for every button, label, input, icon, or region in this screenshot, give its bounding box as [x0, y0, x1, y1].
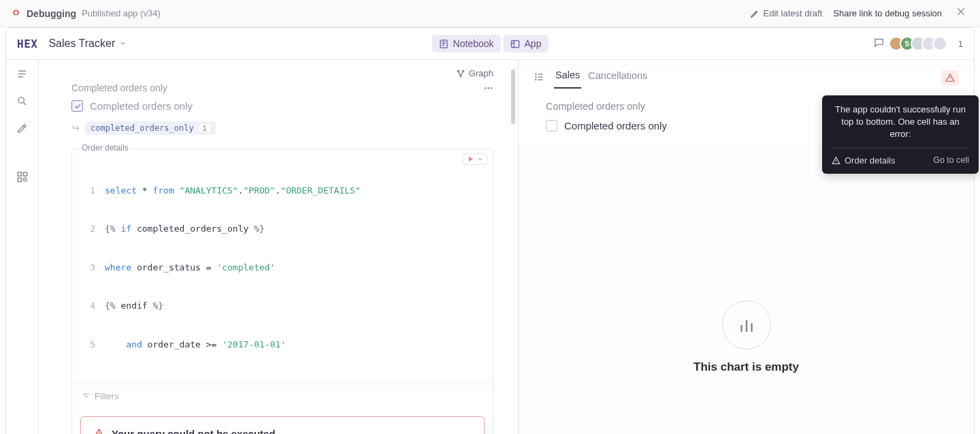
notebook-mode-label: Notebook: [453, 38, 494, 49]
tab-cancellations[interactable]: Cancellations: [587, 67, 649, 88]
completed-orders-label: Completed orders only: [90, 100, 193, 112]
more-icon[interactable]: •••: [484, 84, 493, 92]
extra-user-count: 1: [958, 39, 963, 49]
comment-icon[interactable]: [873, 37, 885, 50]
bar-chart-icon: [736, 315, 757, 335]
share-link-button[interactable]: Share link to debug session: [833, 8, 942, 18]
filters-button[interactable]: Filters: [72, 384, 493, 408]
svg-point-12: [536, 76, 536, 77]
pencil-icon: [750, 9, 760, 18]
project-title[interactable]: Sales Tracker: [48, 37, 127, 50]
avatar-stack[interactable]: S: [893, 36, 947, 51]
graph-icon: [456, 69, 466, 78]
hex-logo[interactable]: HEX: [17, 37, 37, 50]
project-title-text: Sales Tracker: [48, 37, 115, 50]
debug-subtitle: Published app (v34): [82, 8, 161, 18]
warning-icon: [93, 428, 105, 434]
error-tooltip: The app couldn't successfully run top to…: [822, 95, 979, 174]
layout-icon: [510, 39, 521, 49]
app-completed-orders-label: Completed orders only: [564, 120, 667, 131]
warning-icon: [945, 73, 955, 82]
debug-title: Debugging: [27, 8, 76, 19]
notebook-mode-button[interactable]: Notebook: [432, 35, 501, 52]
variable-badge: 1: [199, 124, 210, 132]
go-to-cell-link[interactable]: Go to cell: [933, 155, 969, 165]
filter-icon: [82, 392, 91, 401]
code-editor[interactable]: 1select * from "ANALYTICS"."PROD"."ORDER…: [72, 149, 493, 384]
empty-chart-placeholder: This chart is empty: [519, 300, 974, 374]
error-title: Your query could not be executed: [112, 428, 276, 434]
graph-view-label: Graph: [469, 68, 493, 78]
warning-icon: [832, 156, 840, 165]
svg-point-9: [462, 70, 463, 72]
svg-point-11: [536, 74, 536, 74]
svg-point-3: [18, 97, 24, 104]
app-mode-label: App: [525, 38, 542, 49]
output-variable-chip[interactable]: completed_orders_only 1: [85, 121, 216, 135]
close-icon[interactable]: [953, 3, 969, 23]
variable-name: completed_orders_only: [91, 123, 194, 133]
debug-bar: Debugging Published app (v34) Edit lates…: [0, 0, 980, 27]
app-mode-button[interactable]: App: [504, 35, 549, 52]
svg-rect-5: [23, 172, 27, 176]
notebook-icon: [439, 39, 449, 49]
edit-icon[interactable]: [16, 123, 28, 136]
empty-chart-text: This chart is empty: [693, 360, 799, 374]
app-completed-orders-checkbox[interactable]: [546, 120, 557, 131]
outline-icon[interactable]: [16, 68, 28, 82]
chevron-down-icon: [477, 156, 483, 162]
run-cell-button[interactable]: [463, 153, 487, 165]
filters-label: Filters: [95, 391, 118, 401]
svg-rect-6: [18, 178, 21, 181]
play-icon: [467, 155, 474, 163]
check-icon: [74, 102, 82, 110]
tooltip-cell-name: Order details: [845, 155, 895, 166]
edit-draft-label: Edit latest draft: [764, 8, 823, 18]
error-box: Your query could not be executed We rece…: [80, 416, 485, 434]
data-icon[interactable]: [16, 170, 29, 185]
left-rail: [6, 60, 39, 434]
chevron-down-icon: [119, 40, 127, 48]
svg-point-7: [23, 178, 27, 181]
app-bar: HEX Sales Tracker Notebook App S 1: [5, 27, 975, 60]
notebook-panel: Graph Completed orders only ••• Complete…: [39, 60, 518, 434]
svg-point-10: [460, 75, 461, 76]
graph-view-link[interactable]: Graph: [456, 68, 493, 78]
scrollbar-thumb[interactable]: [511, 69, 515, 124]
edit-draft-link[interactable]: Edit latest draft: [750, 8, 823, 18]
output-arrow-icon: [71, 123, 81, 134]
bug-icon: [11, 7, 21, 20]
error-badge[interactable]: [941, 70, 959, 85]
cell-title: Order details: [79, 143, 131, 153]
list-icon[interactable]: [534, 72, 544, 84]
search-icon[interactable]: [16, 95, 28, 109]
tab-sales[interactable]: Sales: [554, 67, 581, 89]
sql-cell: Order details 1select * from "ANALYTICS"…: [71, 149, 493, 434]
svg-point-8: [457, 70, 459, 72]
tooltip-message: The app couldn't successfully run top to…: [832, 104, 969, 141]
cell-title: Completed orders only: [71, 82, 167, 93]
completed-orders-checkbox[interactable]: [71, 100, 83, 112]
svg-point-13: [536, 79, 536, 80]
svg-rect-4: [18, 172, 21, 176]
avatar: [932, 36, 947, 51]
svg-rect-2: [511, 40, 519, 47]
